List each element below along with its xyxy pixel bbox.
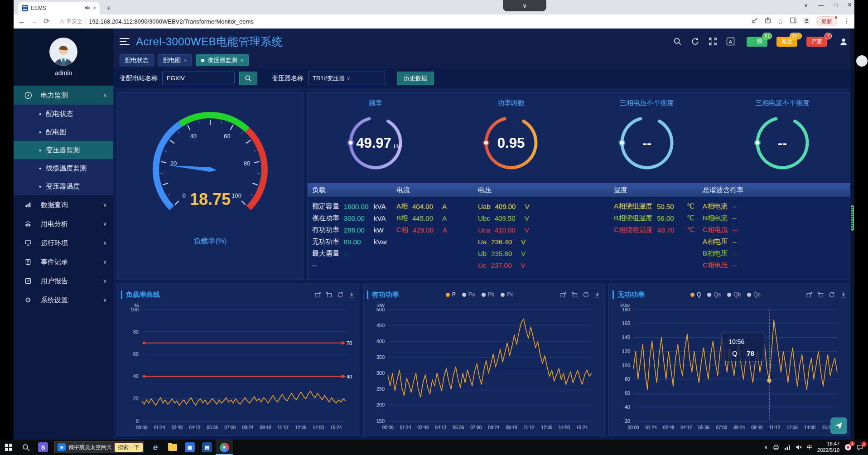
app-icon-blue2[interactable]: ▤ (198, 440, 216, 455)
sidebar-item-3[interactable]: 运行环境∨ (14, 233, 113, 252)
translate-icon[interactable]: A (726, 37, 735, 46)
close-icon[interactable]: × (184, 58, 187, 63)
station-input[interactable] (162, 72, 235, 85)
window-minimize-button[interactable]: — (818, 2, 824, 9)
messages-tray-icon[interactable]: 4 (844, 444, 852, 451)
scrollbar-thumb[interactable] (851, 205, 854, 231)
restore-icon[interactable] (817, 291, 824, 298)
datazoom-icon[interactable] (560, 291, 567, 298)
update-button[interactable]: 更新 (816, 16, 837, 26)
sidebar-subitem-label: 变压器监测 (46, 146, 107, 155)
restore-icon[interactable] (326, 291, 333, 298)
sidebar-subitem-0-1[interactable]: •配电图 (14, 123, 113, 141)
sidebar-item-0[interactable]: 电力监测∧ (14, 86, 113, 105)
screen-bubble[interactable] (856, 55, 868, 67)
back-icon[interactable]: ← (18, 18, 25, 25)
download-icon[interactable] (840, 291, 847, 298)
news-headline: 俄宇航员太空闸兵 (68, 444, 112, 451)
ime-indicator[interactable]: 中 (807, 444, 812, 451)
ie-icon[interactable]: e (147, 440, 164, 455)
tab-chip-2[interactable]: 变压器监测× (196, 54, 248, 66)
legend-item-Pa[interactable]: Pa (462, 291, 475, 298)
action-center-icon[interactable]: 2 (857, 444, 863, 451)
search-icon[interactable] (673, 37, 682, 46)
refresh-icon[interactable] (583, 291, 589, 298)
printer-icon[interactable] (773, 444, 779, 450)
legend-item-Pc[interactable]: Pc (501, 291, 513, 298)
download-icon[interactable] (594, 291, 601, 298)
app-icon-s[interactable]: S (34, 440, 52, 455)
tab-search-icon[interactable]: ∨ (804, 2, 808, 9)
sidebar-item-5[interactable]: 用户报告∨ (14, 271, 113, 290)
window-maximize-button[interactable]: □ (834, 2, 838, 9)
news-widget[interactable]: e 俄宇航员太空闸兵 搜索一下 (54, 441, 144, 453)
legend-item-Qb[interactable]: Qb (727, 291, 741, 298)
refresh-icon[interactable] (691, 37, 699, 46)
start-button[interactable] (0, 440, 17, 455)
fullscreen-icon[interactable] (709, 37, 717, 46)
refresh-icon[interactable] (829, 291, 835, 298)
sidebar-item-1[interactable]: 数据查询∨ (14, 195, 113, 214)
network-icon[interactable] (784, 444, 791, 450)
tray-chevron-up-icon[interactable]: ∧ (764, 444, 768, 450)
tab-chip-0[interactable]: 配电状态 (120, 54, 154, 66)
app-icon-blue1[interactable]: ▣ (181, 440, 198, 455)
taskbar-clock[interactable]: 16:47 2022/5/10 (817, 441, 839, 454)
legend-item-Q[interactable]: Q (690, 291, 701, 298)
profile-avatar-icon[interactable] (803, 17, 810, 26)
legend-item-P[interactable]: P (446, 291, 456, 298)
legend-item-Qa[interactable]: Qa (707, 291, 721, 298)
share-icon[interactable] (764, 17, 772, 26)
station-label: 变配电站名称 (120, 74, 158, 82)
alarm-badge-1[interactable]: 紧急99+ (776, 37, 797, 47)
sidebar-item-6[interactable]: 系统设置∨ (14, 290, 113, 310)
browser-tab[interactable]: EEMS × (18, 2, 100, 15)
svg-text:14:00: 14:00 (313, 425, 324, 430)
volume-muted-icon[interactable] (796, 444, 802, 450)
tab-close-icon[interactable]: × (93, 5, 96, 11)
station-search-button[interactable] (239, 72, 257, 85)
sidebar-subitem-0-3[interactable]: •线缆温度监测 (14, 159, 113, 177)
alarm-badge-2[interactable]: 严重7 (806, 37, 827, 47)
datazoom-icon[interactable] (806, 291, 813, 298)
file-explorer-icon[interactable] (164, 440, 181, 455)
tab-chip-1[interactable]: 配电图× (158, 54, 192, 66)
side-panel-icon[interactable] (790, 17, 797, 26)
forward-icon[interactable]: → (31, 18, 38, 25)
chrome-icon[interactable] (216, 440, 233, 455)
reload-icon[interactable]: ⟳ (43, 18, 49, 25)
avatar[interactable] (49, 38, 77, 66)
capture-bar[interactable]: ∨ (503, 0, 546, 11)
refresh-icon[interactable] (337, 291, 344, 298)
transformer-select[interactable]: TR1#变压器 ∨ (308, 72, 385, 85)
restore-icon[interactable] (571, 291, 578, 298)
address-bar[interactable]: ⚠ 不安全 | 192.168.204.112:8090/3000WEBV2/T… (55, 16, 745, 27)
datazoom-icon[interactable] (314, 291, 321, 298)
menu-kebab-icon[interactable]: ⋮ (843, 17, 850, 25)
legend-item-Pb[interactable]: Pb (482, 291, 495, 298)
table-row: Ubc409.50V (473, 212, 609, 224)
new-tab-button[interactable]: + (103, 3, 114, 14)
page-scrollbar[interactable] (850, 29, 854, 440)
sidebar-subitem-0-0[interactable]: •配电状态 (14, 105, 113, 123)
user-icon[interactable] (839, 37, 848, 46)
transformer-table: 负载电流电压温度总谐波含有率 额定容量1600.00kVA视在功率300.00k… (308, 183, 850, 280)
sidebar-item-label: 电力监测 (41, 91, 103, 100)
password-key-icon[interactable] (751, 17, 758, 26)
sidebar-subitem-0-4[interactable]: •变压器温度 (14, 177, 113, 195)
bookmark-star-icon[interactable]: ☆ (777, 17, 784, 26)
history-data-button[interactable]: 历史数据 (397, 72, 434, 85)
taskbar-search-icon[interactable] (17, 440, 34, 455)
close-icon[interactable]: × (240, 58, 243, 63)
bullet-icon: • (39, 146, 41, 154)
alarm-badge-0[interactable]: 一般81 (747, 37, 767, 47)
sidebar-subitem-0-2[interactable]: •变压器监测 (14, 141, 113, 159)
legend-item-Qc[interactable]: Qc (747, 291, 760, 298)
window-close-button[interactable]: × (848, 1, 852, 9)
sidebar-item-2[interactable]: 用电分析∨ (14, 214, 113, 233)
hamburger-menu-icon[interactable] (120, 38, 130, 45)
download-icon[interactable] (348, 291, 355, 298)
chat-float-button[interactable] (830, 417, 847, 434)
sidebar-item-4[interactable]: 事件记录∨ (14, 252, 113, 271)
tab-audio-muted-icon[interactable] (85, 5, 90, 11)
